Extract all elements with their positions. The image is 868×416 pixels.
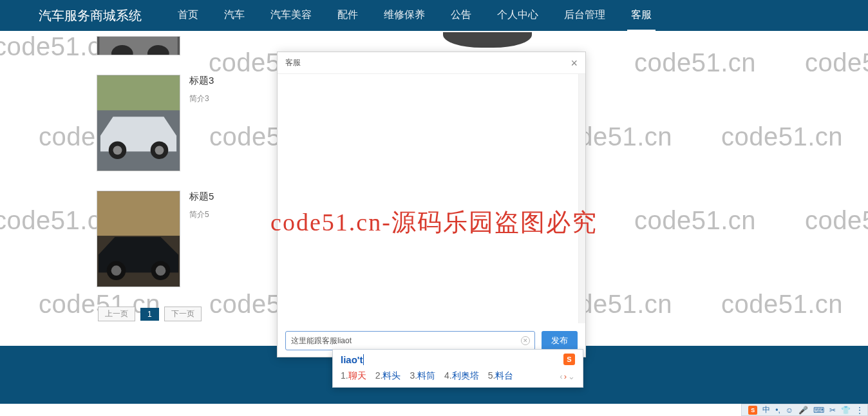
- nav-service[interactable]: 客服: [627, 1, 656, 31]
- nav-maintain[interactable]: 维修保养: [380, 1, 429, 31]
- close-icon[interactable]: ×: [571, 57, 578, 69]
- send-button[interactable]: 发布: [542, 331, 578, 350]
- nav-profile[interactable]: 个人中心: [493, 1, 542, 31]
- top-nav: 汽车服务商城系统 首页 汽车 汽车美容 配件 维修保养 公告 个人中心 后台管理…: [0, 0, 868, 31]
- ime-candidate[interactable]: 2.料头: [375, 370, 401, 382]
- ime-candidates: 1.聊天 2.料头 3.料筒 4.利奥塔 5.料台 ‹ › ⌄: [333, 368, 583, 387]
- car-thumb[interactable]: [97, 75, 180, 171]
- page-next[interactable]: 下一页: [164, 307, 202, 321]
- car-subtitle: 简介3: [189, 93, 214, 104]
- ime-candidate[interactable]: 1.聊天: [341, 370, 366, 382]
- ime-panel: liao't S 1.聊天 2.料头 3.料筒 4.利奥塔 5.料台 ‹ › ⌄: [332, 349, 583, 388]
- ime-expand-icon[interactable]: ⌄: [568, 372, 575, 381]
- chat-input[interactable]: [285, 331, 535, 350]
- page-number[interactable]: 1: [140, 308, 159, 321]
- modal-title: 客服: [285, 57, 301, 68]
- nav-admin[interactable]: 后台管理: [560, 1, 609, 31]
- nav-list: 首页 汽车 汽车美容 配件 维修保养 公告 个人中心 后台管理 客服: [174, 1, 656, 31]
- tray-lang[interactable]: 中: [762, 404, 770, 415]
- nav-home[interactable]: 首页: [174, 1, 202, 31]
- svg-point-7: [113, 146, 122, 155]
- car-thumb[interactable]: [97, 191, 180, 287]
- ime-tray: S 中 •, ☺ 🎤 ⌨ ✂ 👕 ⋮: [741, 404, 868, 416]
- svg-rect-4: [97, 75, 180, 110]
- car-subtitle: 简介5: [189, 209, 214, 220]
- tray-clip-icon[interactable]: ✂: [829, 406, 836, 415]
- nav-beauty[interactable]: 汽车美容: [267, 1, 316, 31]
- nav-parts[interactable]: 配件: [334, 1, 362, 31]
- chat-modal: 客服 × ✕ 发布: [277, 52, 586, 357]
- tray-emoji-icon[interactable]: ☺: [786, 406, 793, 415]
- nav-notice[interactable]: 公告: [447, 1, 475, 31]
- ime-prev-icon[interactable]: ‹: [560, 372, 562, 381]
- ime-pinyin: liao't: [341, 354, 364, 365]
- tray-voice-icon[interactable]: 🎤: [798, 406, 808, 415]
- svg-rect-10: [97, 191, 180, 236]
- tray-punct-icon[interactable]: •,: [775, 406, 780, 415]
- car-thumb-partial[interactable]: [97, 36, 180, 55]
- clear-input-icon[interactable]: ✕: [521, 336, 530, 345]
- svg-point-14: [156, 265, 166, 276]
- svg-point-8: [155, 146, 164, 155]
- chat-history[interactable]: [278, 74, 585, 323]
- car-title: 标题3: [189, 75, 214, 87]
- brand-title: 汽车服务商城系统: [39, 7, 142, 24]
- page-prev[interactable]: 上一页: [98, 307, 135, 321]
- ime-next-icon[interactable]: ›: [564, 372, 567, 381]
- tray-more-icon[interactable]: ⋮: [856, 406, 863, 415]
- svg-point-13: [111, 265, 122, 276]
- modal-header: 客服 ×: [278, 52, 585, 74]
- tray-keyboard-icon[interactable]: ⌨: [813, 406, 824, 415]
- car-title: 标题5: [189, 191, 214, 203]
- sogou-logo-icon: S: [563, 354, 575, 365]
- tray-skin-icon[interactable]: 👕: [841, 406, 851, 415]
- sogou-tray-icon[interactable]: S: [748, 406, 757, 415]
- nav-cars[interactable]: 汽车: [220, 1, 249, 31]
- ime-candidate[interactable]: 3.料筒: [410, 370, 435, 382]
- ime-candidate[interactable]: 5.料台: [488, 370, 514, 382]
- anti-steal-watermark: code51.cn-源码乐园盗图必究: [270, 206, 598, 239]
- ime-candidate[interactable]: 4.利奥塔: [444, 370, 479, 382]
